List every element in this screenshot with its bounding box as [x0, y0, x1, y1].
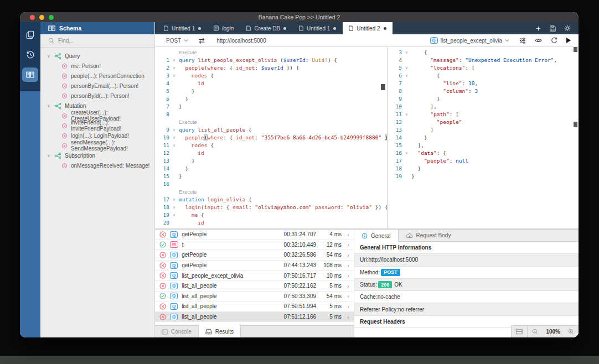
run-button[interactable] — [566, 38, 571, 43]
tab-console[interactable]: Console — [155, 326, 198, 337]
tree-node-subscription[interactable]: ∨Subscription — [40, 150, 154, 160]
code-line: 16 — [155, 180, 387, 188]
operation-name: list_all_people — [182, 303, 273, 309]
execute-code-lens[interactable]: Execute — [179, 119, 197, 125]
console-doc-icon — [214, 25, 219, 31]
schema-search-input[interactable]: Find... — [40, 34, 154, 48]
tree-field[interactable]: personByEmail(...): Person! — [40, 81, 154, 91]
query-editor[interactable]: Execute1∨query list_people_except_olivia… — [155, 47, 388, 228]
zoom-level: 100% — [543, 329, 564, 335]
tree-field[interactable]: people(...): PersonConnection — [40, 71, 154, 81]
status-bar: 100% — [511, 325, 579, 337]
execute-code-lens[interactable]: Execute — [179, 189, 197, 195]
tree-field[interactable]: inviteFriend(...): InviteFriendPayload! — [40, 121, 154, 131]
app-window: Banana Cake Pop >> Untitled 2 Schema Fin… — [20, 12, 579, 337]
chevron-down-icon[interactable]: ∨ — [47, 54, 51, 59]
code-line: 19} — [388, 173, 579, 180]
operation-name: list_all_people — [182, 314, 273, 320]
save-button[interactable] — [550, 25, 556, 32]
refresh-icon[interactable] — [551, 37, 557, 44]
error-x-circle-icon — [159, 303, 166, 310]
tab-untitled-1[interactable]: Untitled 1 — [158, 22, 207, 34]
duration: 108 ms — [316, 262, 342, 268]
chevron-down-icon[interactable]: ∨ — [47, 103, 51, 108]
preview-eye-icon[interactable] — [535, 38, 542, 43]
tab-label: login — [222, 25, 234, 32]
chevron-right-icon: › — [342, 314, 349, 320]
tab-create-db[interactable]: Create DB — [240, 22, 292, 34]
code-line: 15} — [155, 173, 387, 180]
field-icon — [61, 93, 68, 99]
result-row[interactable]: QgetPeople07:44:13.243108 ms› — [155, 261, 354, 271]
schema-panel-header: Schema — [40, 22, 154, 34]
result-row[interactable]: QgetPeople00:31:24.7074 ms› — [155, 230, 354, 240]
code-line: 13 ] — [388, 126, 579, 134]
tree-node-query[interactable]: ∨Query — [40, 51, 154, 61]
result-row[interactable]: Qlist_people_except_olivia07:50:16.71710… — [155, 271, 354, 281]
operation-name: getPeople — [182, 231, 273, 237]
swap-direction-icon[interactable] — [198, 38, 205, 44]
chevron-right-icon: › — [342, 272, 349, 279]
tree-field-label: me: Person! — [71, 63, 101, 69]
url-input[interactable]: http://localhost:5000 — [216, 38, 266, 44]
tree-field[interactable]: personById(...): Person! — [40, 91, 154, 101]
timestamp: 07:50:33.309 — [273, 293, 316, 299]
tab-general-label: General — [371, 233, 391, 239]
editor-scrollbar-marker[interactable] — [381, 84, 385, 90]
status-badge: 200 — [378, 281, 392, 288]
zoom-out-icon[interactable] — [528, 326, 543, 337]
code-line: 10∨ people(where: { id_not: "355f7be6-8a… — [155, 134, 387, 142]
operation-select[interactable]: Q list_people_except_olivia — [430, 37, 509, 44]
result-row[interactable]: Qlist_all_people07:50:51.9945 ms› — [155, 301, 354, 312]
schema-tree: ∨Queryme: Person!people(...): PersonConn… — [40, 48, 154, 170]
layout-toggle-icon[interactable] — [512, 326, 528, 337]
operation-name: list_people_except_olivia — [441, 38, 502, 44]
code-line: 9∨query list_all_people { — [155, 126, 387, 134]
duration: 54 ms — [316, 252, 342, 258]
result-row[interactable]: Mt00:32:10.44912 ms› — [155, 240, 354, 251]
new-tab-button[interactable] — [535, 25, 541, 32]
chevron-down-icon[interactable]: ∨ — [47, 153, 51, 158]
tab-request-body[interactable]: Request Body — [399, 230, 458, 241]
rail-item-schema[interactable] — [22, 67, 38, 82]
tree-field[interactable]: me: Person! — [40, 61, 154, 71]
tab-results[interactable]: Results — [198, 325, 241, 337]
code-line: 19∨ me { — [155, 211, 387, 219]
zoom-in-icon[interactable] — [564, 326, 579, 337]
rail-item-history[interactable] — [22, 48, 38, 62]
tree-field[interactable]: sendMessage(...): SendMessagePayload! — [40, 141, 154, 150]
tab-label: Untitled 2 — [357, 25, 380, 32]
field-icon — [61, 163, 68, 169]
timestamp: 00:31:24.707 — [273, 231, 316, 237]
query-badge-icon: Q — [170, 262, 178, 269]
result-row[interactable]: Qlist_all_people07:50:22.1625 ms› — [155, 281, 354, 292]
book-icon — [26, 71, 34, 78]
result-row[interactable]: Qlist_all_people07:50:33.30954 ms› — [155, 292, 354, 302]
rail-item-documents[interactable] — [22, 28, 38, 42]
code-line: 8 — [155, 111, 387, 118]
results-panel: QgetPeople00:31:24.7074 ms›Mt00:32:10.44… — [155, 230, 354, 337]
code-line: 6∨ { — [388, 72, 579, 80]
response-viewer[interactable]: 3∨ {4 "message": "Unexpected Execution E… — [388, 47, 579, 228]
method-select[interactable]: POST — [155, 38, 188, 44]
result-row[interactable]: QgetPeople00:32:26.58654 ms› — [155, 250, 354, 261]
search-placeholder: Find... — [58, 38, 74, 44]
code-line: 12 id — [155, 149, 387, 157]
code-line: 17∨mutation login_olivia { — [155, 196, 387, 204]
code-lens-line: Execute — [155, 49, 387, 56]
tab-general[interactable]: General — [354, 230, 399, 242]
code-line: 5∨ "locations": [ — [388, 64, 579, 72]
tab-untitled-1[interactable]: Untitled 1 — [293, 22, 342, 34]
code-line: 11∨ "path": [ — [388, 111, 579, 118]
tab-untitled-2[interactable]: Untitled 2 — [343, 22, 392, 34]
document-icon — [299, 25, 303, 31]
field-icon — [61, 133, 68, 139]
result-row[interactable]: Qlist_all_people07:51:12.1665 ms› — [155, 312, 354, 323]
tab-login[interactable]: login — [208, 22, 240, 34]
execute-code-lens[interactable]: Execute — [179, 50, 197, 55]
tree-field[interactable]: onMessageReceived: Message! — [40, 160, 154, 170]
settings-gear-icon[interactable] — [564, 25, 571, 32]
variables-sliders-icon[interactable] — [519, 38, 526, 44]
timestamp: 07:50:16.717 — [273, 273, 316, 279]
query-badge-icon: Q — [170, 252, 178, 258]
